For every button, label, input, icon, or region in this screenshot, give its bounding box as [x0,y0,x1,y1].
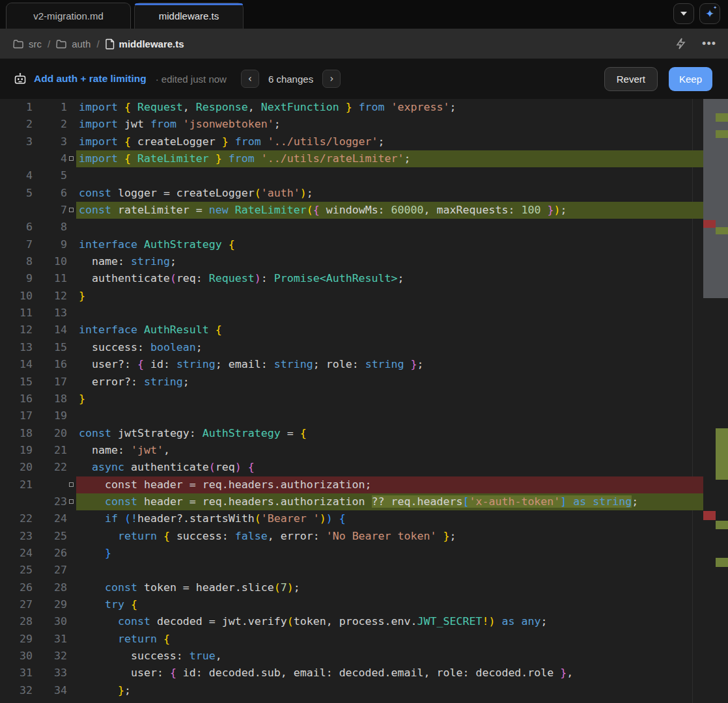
diff-gutter [67,356,76,373]
code-line[interactable]: 79interface AuthStrategy { [0,236,703,253]
change-title-link[interactable]: Add auth + rate limiting [34,73,147,85]
line-number-new: 28 [33,579,67,596]
line-number-new: 17 [33,374,67,391]
code-line[interactable]: 1921 name: 'jwt', [0,442,703,459]
line-number-old: 9 [0,270,33,287]
code-line[interactable]: 2426 } [0,545,703,562]
line-number-new: 1 [33,99,67,116]
code-content: const jwtStrategy: AuthStrategy = { [76,425,703,442]
code-line[interactable]: 2527 [0,562,703,579]
prev-change-button[interactable]: ‹ [241,70,259,88]
diff-gutter [67,665,76,682]
code-line[interactable]: 1113 [0,305,703,322]
line-number-new: 31 [33,631,67,648]
code-line[interactable]: 3335 } catch { [0,699,703,703]
line-number-old: 31 [0,665,33,682]
diff-gutter [67,459,76,476]
line-number-old: 14 [0,356,33,373]
line-number-old: 21 [0,476,33,493]
code-line[interactable]: 3234 }; [0,682,703,699]
tab-label: v2-migration.md [33,10,104,21]
line-number-old: 17 [0,407,33,424]
code-line[interactable]: 21 const header = req.headers.authorizat… [0,476,703,493]
code-line[interactable]: 56const logger = createLogger('auth'); [0,185,703,202]
diff-actions: Revert Keep [604,67,712,91]
ai-sparkle-button[interactable]: ✦✦ [699,3,720,24]
line-number-old: 4 [0,167,33,184]
code-line[interactable]: 1719 [0,407,703,424]
code-line[interactable]: 1618} [0,391,703,407]
code-line[interactable]: 3133 user: { id: decoded.sub, email: dec… [0,665,703,682]
diff-gutter [67,648,76,665]
diff-gutter [67,407,76,424]
code-line[interactable]: 2830 const decoded = jwt.verify(token, p… [0,613,703,630]
code-content: return { [76,631,703,648]
code-line[interactable]: 2325 return { success: false, error: 'No… [0,528,703,545]
code-line[interactable]: 2931 return { [0,631,703,648]
code-line[interactable]: 22import jwt from 'jsonwebtoken'; [0,116,703,133]
breadcrumb-separator: / [96,38,99,49]
line-number-old [0,150,33,167]
scrollbar [703,99,728,703]
line-number-old: 10 [0,288,33,305]
revert-button[interactable]: Revert [604,67,658,91]
code-line[interactable]: 911 authenticate(req: Request): Promise<… [0,270,703,287]
diff-gutter [67,236,76,253]
chevron-down-icon [680,12,687,16]
code-line[interactable]: 810 name: string; [0,253,703,270]
more-options-icon[interactable]: ••• [702,37,716,51]
line-number-new [33,476,67,493]
code-line[interactable]: 3032 success: true, [0,648,703,665]
next-change-button[interactable]: › [322,70,341,88]
code-line[interactable]: 2628 const token = header.slice(7); [0,579,703,596]
diff-header: Add auth + rate limiting · edited just n… [0,59,728,99]
ruler-added-mark [716,558,728,567]
code-line[interactable]: 33import { createLogger } from '../utils… [0,133,703,150]
code-editor[interactable]: 11import { Request, Response, NextFuncti… [0,99,728,703]
line-number-new: 32 [33,648,67,665]
line-number-new: 16 [33,356,67,373]
line-number-old: 2 [0,116,33,133]
code-line[interactable]: 1315 success: boolean; [0,339,703,356]
bolt-icon[interactable] [675,37,686,50]
scrollbar-thumb[interactable] [703,99,728,298]
tab-v2-migration[interactable]: v2-migration.md [6,3,131,29]
code-line[interactable]: 45 [0,167,703,184]
tab-middleware[interactable]: middleware.ts [134,3,244,29]
code-line[interactable]: 2224 if (!header?.startsWith('Bearer '))… [0,510,703,527]
code-line[interactable]: 11import { Request, Response, NextFuncti… [0,99,703,116]
line-number-old [0,493,33,510]
code-content [76,305,703,322]
breadcrumb-item-file[interactable]: middleware.ts [105,38,184,49]
code-line[interactable]: 7const rateLimiter = new RateLimiter({ w… [0,202,703,219]
file-icon [105,38,115,49]
code-content: interface AuthStrategy { [76,236,703,253]
breadcrumb-item-auth[interactable]: auth [56,38,91,49]
code-line[interactable]: 1012} [0,288,703,305]
folder-icon [56,39,67,49]
code-line[interactable]: 2729 try { [0,596,703,613]
change-navigation: ‹ 6 changes › [241,70,341,88]
code-line[interactable]: 1517 error?: string; [0,374,703,391]
breadcrumb-item-src[interactable]: src [13,38,42,49]
tab-dropdown-button[interactable] [673,3,694,24]
keep-button[interactable]: Keep [669,67,712,91]
line-number-new: 2 [33,116,67,133]
line-number-new: 4 [33,150,67,167]
code-line[interactable]: 1214interface AuthResult { [0,322,703,338]
diff-gutter [67,133,76,150]
robot-icon [13,72,27,85]
ruler-added-mark [716,227,728,234]
folder-icon [13,39,24,49]
code-line[interactable]: 23 const header = req.headers.authorizat… [0,493,703,510]
tab-label: middleware.ts [159,10,219,21]
code-content: const decoded = jwt.verify(token, proces… [76,613,703,630]
code-content: } catch { [76,699,703,703]
line-number-old: 5 [0,185,33,202]
code-line[interactable]: 1416 user?: { id: string; email: string;… [0,356,703,373]
code-line[interactable]: 1820const jwtStrategy: AuthStrategy = { [0,425,703,442]
code-line[interactable]: 2022 async authenticate(req) { [0,459,703,476]
code-line[interactable]: 68 [0,219,703,236]
code-line[interactable]: 4import { RateLimiter } from '../utils/r… [0,150,703,167]
line-number-new: 30 [33,613,67,630]
